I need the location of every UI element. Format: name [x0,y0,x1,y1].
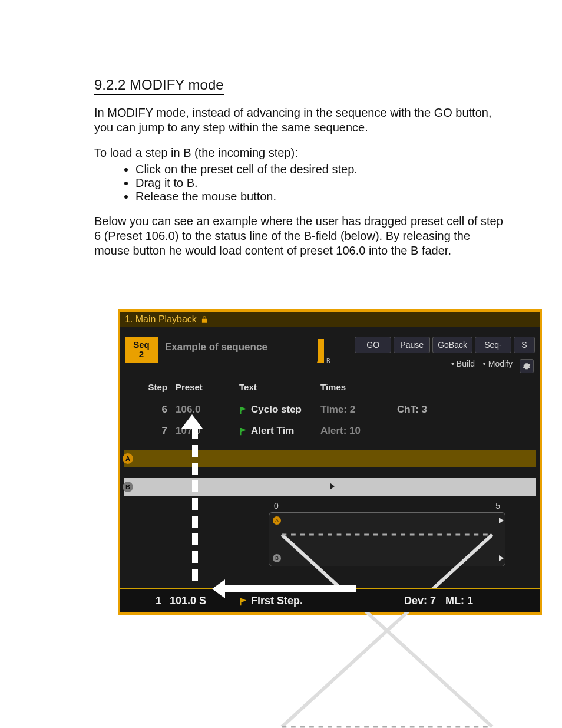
cell-step: 7 [120,425,171,437]
cell-preset[interactable]: 107.0 [171,425,234,437]
goback-button[interactable]: GoBack [432,337,472,353]
cell-times: Alert: 10 [316,425,385,437]
go-button[interactable]: GO [355,337,391,353]
section-heading: 9.2.2 MODIFY mode [94,77,224,95]
play-icon [330,483,335,490]
paragraph-steps-intro: To load a step in B (the incoming step): [94,146,507,160]
chart-tick-right: 5 [495,501,500,510]
modify-mode[interactable]: Modify [488,359,513,368]
sequence-name: Example of sequence [165,341,267,353]
lane-b-badge: B [123,482,133,492]
settings-button[interactable] [520,359,534,373]
cell-text: Alert Tim [234,425,316,437]
playback-panel: 1. Main Playback Seq 2 Example of sequen… [118,309,542,615]
document-body: 9.2.2 MODIFY mode In MODIFY mode, instea… [94,77,507,269]
cell-times: Time: 2 [316,404,385,416]
a-indicator-label: A [317,358,320,364]
pause-button[interactable]: Pause [394,337,430,353]
lane-a-badge: A [123,453,133,464]
panel-titlebar: 1. Main Playback [120,312,540,327]
gear-icon [523,362,531,370]
mode-options: •Build •Modify [445,359,513,368]
col-text: Text [234,379,316,394]
ab-indicator: A B [318,339,336,363]
chart-lines [273,516,501,728]
lane-b[interactable]: B [124,478,536,496]
chart-tick-left: 0 [274,501,279,510]
panel-title: 1. Main Playback [125,314,197,325]
status-ml: ML: 1 [436,595,473,607]
col-preset: Preset [171,379,234,394]
lane-a[interactable]: A [124,450,536,467]
lock-icon [200,315,209,324]
arrow-right-icon [499,555,504,561]
cell-text: Cyclo step [234,404,316,416]
status-step: 1 [120,595,165,607]
col-step: Step [120,379,171,394]
flag-icon [239,406,247,414]
status-text: First Step. [234,595,357,607]
seq-block[interactable]: Seq 2 [125,337,158,363]
status-dev: Dev: 7 [392,595,436,607]
col-times: Times [316,379,385,394]
status-preset: 101.0 S [165,595,234,607]
cell-preset[interactable]: 106.0 [171,404,234,416]
table-row[interactable]: 6 106.0 Cyclo step Time: 2 ChT: 3 [120,399,540,420]
seq-plus-button[interactable]: S [514,337,535,353]
seq-number: 2 [139,350,144,359]
table-row[interactable]: 7 107.0 Alert Tim Alert: 10 [120,420,540,442]
cell-text-value: Cyclo step [251,404,302,416]
column-headers: Step Preset Text Times [120,379,540,394]
list-item: Drag it to B. [135,176,507,190]
arrow-right-icon [499,518,504,523]
paragraph-intro: In MODIFY mode, instead of advancing in … [94,106,507,135]
list-item: Click on the preset cell of the desired … [135,163,507,176]
cell-step: 6 [120,404,171,416]
seq-label: Seq [133,340,150,350]
b-indicator-label: B [326,358,330,364]
build-mode[interactable]: Build [457,359,475,368]
flag-icon [239,427,247,435]
crossfade-chart: 0 5 A B [269,512,505,566]
flag-icon [239,597,247,605]
paragraph-example: Below you can see an example where the u… [94,214,507,258]
status-text-value: First Step. [251,595,303,607]
cell-extra: ChT: 3 [385,404,540,416]
list-item: Release the mouse button. [135,190,507,203]
seq-minus-button[interactable]: Seq- [475,337,511,353]
cell-text-value: Alert Tim [251,425,294,437]
step-list: Click on the preset cell of the desired … [135,163,507,203]
b-status-row[interactable]: 1 101.0 S First Step. Dev: 7 ML: 1 [120,588,540,612]
